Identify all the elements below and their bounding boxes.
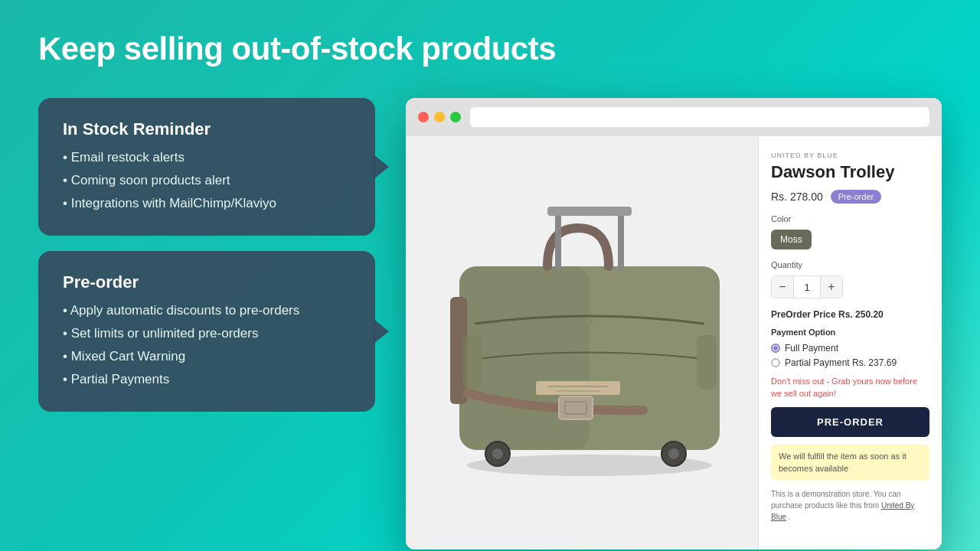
browser-dots [418, 112, 461, 122]
card2-list: Apply automatic discounts to pre-orders … [63, 303, 351, 387]
svg-point-13 [492, 448, 503, 459]
svg-rect-11 [697, 335, 717, 389]
svg-rect-7 [536, 381, 620, 395]
demo-note: This is a demonstration store. You can p… [771, 488, 929, 523]
list-item: Email restock alerts [63, 150, 351, 165]
color-button[interactable]: Moss [771, 230, 812, 249]
svg-rect-10 [462, 335, 482, 389]
price-row: Rs. 278.00 Pre-order [771, 190, 929, 204]
product-bag-image [429, 205, 735, 481]
svg-point-15 [668, 448, 679, 459]
svg-rect-18 [547, 207, 632, 216]
minimize-dot[interactable] [434, 112, 445, 122]
svg-rect-5 [559, 396, 593, 419]
page-title: Keep selling out-of-stock products [38, 31, 942, 67]
pre-order-card: Pre-order Apply automatic discounts to p… [38, 251, 375, 412]
preorder-price: PreOrder Price Rs. 250.20 [771, 309, 929, 320]
svg-point-3 [586, 318, 593, 325]
quantity-increase-button[interactable]: + [821, 276, 842, 298]
url-bar[interactable] [470, 107, 929, 127]
partial-payment-row[interactable]: Partial Payment Rs. 237.69 [771, 357, 929, 368]
preorder-price-label: PreOrder Price Rs. [771, 309, 853, 320]
partial-payment-label: Partial Payment Rs. 237.69 [785, 357, 897, 368]
product-image-area [406, 136, 758, 549]
preorder-price-value: 250.20 [855, 309, 884, 320]
maximize-dot[interactable] [450, 112, 461, 122]
full-payment-radio[interactable] [771, 344, 780, 353]
list-item: Partial Payments [63, 372, 351, 387]
card2-title: Pre-order [63, 272, 351, 292]
in-stock-reminder-card: In Stock Reminder Email restock alerts C… [38, 98, 375, 236]
quantity-section: Quantity − 1 + [771, 260, 929, 298]
product-name: Dawson Trolley [771, 162, 929, 182]
list-item: Apply automatic discounts to pre-orders [63, 303, 351, 318]
full-payment-row[interactable]: Full Payment [771, 343, 929, 354]
close-dot[interactable] [418, 112, 429, 122]
partial-payment-radio[interactable] [771, 358, 780, 367]
page: Keep selling out-of-stock products In St… [0, 0, 980, 551]
list-item: Integrations with MailChimp/Klaviyo [63, 196, 351, 211]
browser-content: UNITED BY BLUE Dawson Trolley Rs. 278.00… [406, 136, 942, 549]
brand-name: UNITED BY BLUE [771, 152, 929, 159]
color-label: Color [771, 214, 929, 223]
quantity-label: Quantity [771, 260, 929, 269]
browser-bar [406, 98, 942, 136]
preorder-button[interactable]: PRE-ORDER [771, 407, 929, 437]
pre-order-badge: Pre-order [831, 190, 881, 204]
svg-rect-17 [618, 209, 624, 270]
card1-title: In Stock Reminder [63, 119, 351, 139]
quantity-row: − 1 + [771, 276, 843, 298]
quantity-decrease-button[interactable]: − [772, 276, 793, 298]
list-item: Set limits or unlimited pre-orders [63, 326, 351, 341]
card1-list: Email restock alerts Coming soon product… [63, 150, 351, 211]
browser-window: UNITED BY BLUE Dawson Trolley Rs. 278.00… [406, 98, 942, 549]
product-price: Rs. 278.00 [771, 191, 823, 203]
urgency-text: Don't miss out - Grab yours now before w… [771, 376, 929, 399]
full-payment-label: Full Payment [785, 343, 838, 354]
list-item: Coming soon products alert [63, 173, 351, 188]
payment-option-label: Payment Option [771, 328, 929, 337]
fulfillment-note: We will fulfill the item as soon as it b… [771, 445, 929, 481]
left-panel: In Stock Reminder Email restock alerts C… [38, 98, 375, 412]
product-detail-panel: UNITED BY BLUE Dawson Trolley Rs. 278.00… [758, 136, 942, 549]
list-item: Mixed Cart Warning [63, 349, 351, 364]
svg-rect-16 [555, 209, 561, 270]
quantity-value: 1 [793, 276, 821, 298]
content-area: In Stock Reminder Email restock alerts C… [38, 98, 942, 549]
demo-text2: . [789, 513, 791, 521]
